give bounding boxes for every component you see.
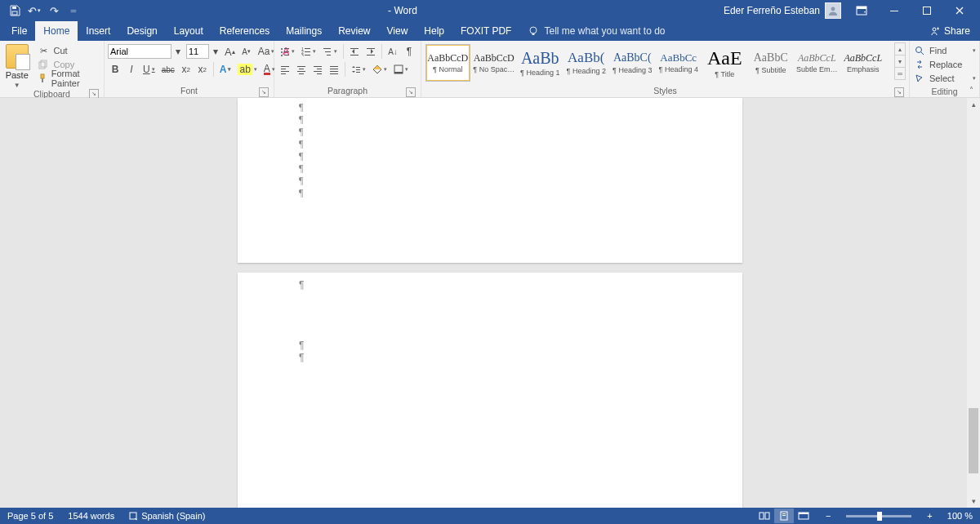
tab-design[interactable]: Design [118,21,165,41]
close-button[interactable] [947,2,972,19]
scroll-down-icon[interactable]: ▾ [967,495,980,508]
minimize-button[interactable] [882,2,906,19]
scroll-up-icon[interactable]: ▴ [967,98,980,111]
justify-button[interactable] [327,62,341,77]
tab-review[interactable]: Review [330,21,378,41]
increase-indent-button[interactable] [363,44,378,59]
page-number-status[interactable]: Page 5 of 5 [5,508,56,524]
styles-scroll[interactable]: ▴ ▾ ═ [894,42,906,80]
font-dialog-launcher[interactable]: ↘ [259,87,269,97]
vertical-scrollbar[interactable]: ▴ ▾ [967,98,980,508]
collapse-ribbon-button[interactable]: ˄ [965,84,977,95]
paste-button[interactable]: Paste ▼ [3,42,30,89]
tab-mailings[interactable]: Mailings [278,21,330,41]
show-hide-button[interactable]: ¶ [402,44,416,59]
svg-rect-35 [281,71,289,72]
font-name-combo[interactable] [108,44,172,59]
scroll-thumb[interactable] [969,408,978,473]
line-spacing-button[interactable] [349,62,368,77]
read-mode-button[interactable] [755,508,774,523]
chevron-down-icon[interactable]: ▾ [895,55,905,67]
bold-button[interactable]: B [108,62,122,77]
cut-button[interactable]: ✂ Cut [37,44,100,57]
svg-rect-53 [394,72,403,73]
text-effects-button[interactable]: A [217,62,234,77]
bullets-button[interactable] [278,44,297,59]
shading-button[interactable] [370,62,390,77]
subscript-button[interactable]: x2 [179,62,194,77]
styles-gallery[interactable]: AaBbCcD¶ NormalAaBbCcD¶ No Spac…AaBb¶ He… [425,42,886,82]
styles-dialog-launcher[interactable]: ↘ [894,87,904,97]
share-button[interactable]: Share [924,21,977,41]
page[interactable]: ¶¶¶¶¶¶¶¶ [238,98,742,263]
redo-button[interactable]: ↷ [46,2,62,19]
paragraph-dialog-launcher[interactable]: ↘ [406,87,416,97]
align-right-button[interactable] [310,62,325,77]
tab-file[interactable]: File [3,21,35,41]
style-item[interactable]: AaBbCcD¶ No Spac… [472,44,517,82]
font-size-dd[interactable]: ▾ [211,44,220,59]
document-pages[interactable]: ¶¶¶¶¶¶¶¶ ¶ ¶¶ [0,98,980,508]
style-item[interactable]: AaBbCcLEmphasis [841,44,886,82]
tab-home[interactable]: Home [35,21,78,41]
format-painter-button[interactable]: Format Painter [37,72,100,85]
zoom-slider[interactable] [846,515,911,517]
lightbulb-icon [528,25,539,37]
align-left-button[interactable] [278,62,292,77]
zoom-in-button[interactable]: + [924,508,934,524]
superscript-button[interactable]: x2 [195,62,210,77]
chevron-up-icon[interactable]: ▴ [895,43,905,55]
zoom-level-button[interactable]: 100 % [945,508,975,524]
multilevel-list-button[interactable] [320,44,340,59]
borders-button[interactable] [391,62,411,77]
numbering-button[interactable]: 123 [299,44,318,59]
style-item[interactable]: AaBb(¶ Heading 2 [564,44,609,82]
style-item[interactable]: AaE¶ Title [702,44,747,82]
align-center-button[interactable] [294,62,309,77]
tab-insert[interactable]: Insert [78,21,118,41]
save-button[interactable] [7,2,23,19]
print-layout-button[interactable] [774,508,794,523]
page[interactable]: ¶ ¶¶ [238,273,742,508]
select-button[interactable]: Select▾ [913,72,976,85]
svg-rect-49 [356,67,360,68]
group-styles: AaBbCcD¶ NormalAaBbCcD¶ No Spac…AaBb¶ He… [421,41,910,97]
tab-layout[interactable]: Layout [166,21,212,41]
more-styles-button[interactable]: ═ [895,67,905,79]
style-item[interactable]: AaBb¶ Heading 1 [518,44,563,82]
tell-me-search[interactable]: Tell me what you want to do [528,25,665,37]
maximize-button[interactable] [915,2,939,19]
tab-help[interactable]: Help [416,21,452,41]
tab-view[interactable]: View [379,21,416,41]
style-item[interactable]: AaBbCcD¶ Normal [425,44,470,82]
italic-button[interactable]: I [124,62,139,77]
style-item[interactable]: AaBbC¶ Subtitle [749,44,794,82]
tab-foxitpdf[interactable]: FOXIT PDF [452,21,519,41]
find-button[interactable]: Find▾ [913,44,976,57]
zoom-out-button[interactable]: − [823,508,833,524]
customize-qat-button[interactable]: ═ [65,2,82,19]
grow-font-button[interactable]: A▴ [222,44,238,59]
ribbon-display-options-button[interactable] [849,2,874,19]
highlight-button[interactable]: ab [235,62,259,77]
font-size-combo[interactable] [186,44,209,59]
tab-references[interactable]: References [212,21,278,41]
style-item[interactable]: AaBbCcLSubtle Em… [795,44,840,82]
shrink-font-button[interactable]: A▾ [239,44,254,59]
share-icon [930,26,940,36]
style-item[interactable]: AaBbCc¶ Heading 4 [657,44,702,82]
undo-button[interactable]: ↶▾ [26,2,42,19]
font-name-dd[interactable]: ▾ [173,44,183,59]
strikethrough-button[interactable]: abc [159,62,177,77]
account-area[interactable]: Eder Ferreño Esteban [724,2,841,19]
decrease-indent-button[interactable] [347,44,362,59]
replace-button[interactable]: Replace [913,58,976,71]
word-count-status[interactable]: 1544 words [65,508,117,524]
web-layout-button[interactable] [794,508,813,523]
underline-button[interactable]: U [140,62,158,77]
zoom-thumb[interactable] [877,512,882,521]
style-item[interactable]: AaBbC(¶ Heading 3 [610,44,655,82]
language-status[interactable]: Spanish (Spain) [127,508,207,524]
sort-button[interactable]: A↓ [385,44,400,59]
copy-button[interactable]: Copy [37,58,100,71]
